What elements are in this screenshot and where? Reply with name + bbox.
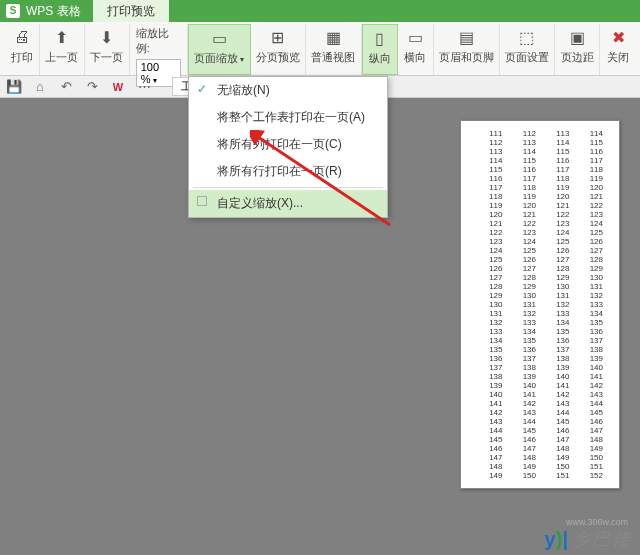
page-zoom-label: 页面缩放▾ — [194, 51, 244, 66]
menu-fit-rows[interactable]: 将所有行打印在一页(R) — [189, 158, 387, 185]
table-row: 129130131132 — [473, 291, 607, 300]
chevron-down-icon: ▾ — [240, 55, 244, 64]
printer-icon: 🖨 — [11, 26, 33, 48]
watermark-text: 乡巴佬 — [572, 527, 632, 551]
table-row: 142143144145 — [473, 408, 607, 417]
normal-view-button[interactable]: ▦ 普通视图 — [306, 24, 361, 75]
page-setup-button[interactable]: ⬚ 页面设置 — [500, 24, 555, 75]
table-row: 135136137138 — [473, 345, 607, 354]
page-zoom-menu: ✓ 无缩放(N) 将整个工作表打印在一页(A) 将所有列打印在一页(C) 将所有… — [188, 76, 388, 218]
table-row: 133134135136 — [473, 327, 607, 336]
print-button[interactable]: 🖨 打印 — [4, 24, 40, 75]
page-zoom-button[interactable]: ▭ 页面缩放▾ — [188, 24, 250, 75]
table-row: 136137138139 — [473, 354, 607, 363]
menu-fit-columns[interactable]: 将所有列打印在一页(C) — [189, 131, 387, 158]
table-row: 137138139140 — [473, 363, 607, 372]
table-row: 141142143144 — [473, 399, 607, 408]
next-label: 下一页 — [90, 50, 123, 65]
close-label: 关闭 — [607, 50, 629, 65]
table-row: 124125126127 — [473, 246, 607, 255]
table-row: 117118119120 — [473, 183, 607, 192]
margins-button[interactable]: ▣ 页边距 — [555, 24, 600, 75]
margins-label: 页边距 — [561, 50, 594, 65]
landscape-label: 横向 — [404, 50, 426, 65]
home-icon[interactable]: ⌂ — [32, 79, 48, 95]
close-icon: ✖ — [607, 26, 629, 48]
table-row: 145146147148 — [473, 435, 607, 444]
margins-icon: ▣ — [566, 26, 588, 48]
table-row: 119120121122 — [473, 201, 607, 210]
portrait-label: 纵向 — [369, 51, 391, 66]
menu-no-zoom[interactable]: ✓ 无缩放(N) — [189, 77, 387, 104]
landscape-button[interactable]: ▭ 横向 — [398, 24, 434, 75]
table-row: 112113114115 — [473, 138, 607, 147]
ribbon-tab-print-preview[interactable]: 打印预览 — [93, 0, 169, 22]
zoom-group: 缩放比例: 100 %▾ — [130, 24, 189, 75]
page-zoom-icon: ▭ — [208, 27, 230, 49]
menu-custom-zoom[interactable]: 自定义缩放(X)... — [189, 190, 387, 217]
page-setup-icon: ⬚ — [516, 26, 538, 48]
table-row: 147148149150 — [473, 453, 607, 462]
page-preview: 1111121131141121131141151131141151161141… — [460, 120, 620, 489]
menu-fit-sheet[interactable]: 将整个工作表打印在一页(A) — [189, 104, 387, 131]
table-row: 111112113114 — [473, 129, 607, 138]
page-break-icon: ⊞ — [267, 26, 289, 48]
header-footer-icon: ▤ — [455, 26, 477, 48]
app-logo: S — [6, 4, 20, 18]
header-footer-label: 页眉和页脚 — [439, 50, 494, 65]
table-row: 140141142143 — [473, 390, 607, 399]
close-button[interactable]: ✖ 关闭 — [600, 24, 636, 75]
table-row: 134135136137 — [473, 336, 607, 345]
normal-view-label: 普通视图 — [311, 50, 355, 65]
table-row: 122123124125 — [473, 228, 607, 237]
wps-icon[interactable]: W — [110, 79, 126, 95]
table-row: 132133134135 — [473, 318, 607, 327]
preview-table: 1111121131141121131141151131141151161141… — [473, 129, 607, 480]
page-setup-label: 页面设置 — [505, 50, 549, 65]
table-row: 139140141142 — [473, 381, 607, 390]
table-row: 123124125126 — [473, 237, 607, 246]
header-footer-button[interactable]: ▤ 页眉和页脚 — [434, 24, 500, 75]
table-row: 125126127128 — [473, 255, 607, 264]
table-row: 121122123124 — [473, 219, 607, 228]
page-break-button[interactable]: ⊞ 分页预览 — [251, 24, 306, 75]
redo-icon[interactable]: ↷ — [84, 79, 100, 95]
table-row: 118119120121 — [473, 192, 607, 201]
more-icon[interactable]: ⋯ — [136, 79, 152, 95]
chevron-down-icon: ▾ — [153, 76, 157, 85]
menu-separator — [193, 187, 383, 188]
table-row: 127128129130 — [473, 273, 607, 282]
table-row: 116117118119 — [473, 174, 607, 183]
watermark-url: www.306w.com — [566, 517, 628, 527]
app-name: WPS 表格 — [26, 3, 81, 20]
table-row: 149150151152 — [473, 471, 607, 480]
table-row: 144145146147 — [473, 426, 607, 435]
arrow-up-icon: ⬆ — [51, 26, 73, 48]
table-row: 130131132133 — [473, 300, 607, 309]
watermark-logo: y)| — [545, 528, 568, 551]
arrow-down-icon: ⬇ — [96, 26, 118, 48]
page-break-label: 分页预览 — [256, 50, 300, 65]
undo-icon[interactable]: ↶ — [58, 79, 74, 95]
prev-page-button[interactable]: ⬆ 上一页 — [40, 24, 85, 75]
table-row: 138139140141 — [473, 372, 607, 381]
portrait-button[interactable]: ▯ 纵向 — [362, 24, 398, 75]
ribbon: 🖨 打印 ⬆ 上一页 ⬇ 下一页 缩放比例: 100 %▾ ▭ 页面缩放▾ ⊞ … — [0, 22, 640, 76]
table-row: 126127128129 — [473, 264, 607, 273]
bullet-icon — [197, 196, 207, 206]
table-row: 128129130131 — [473, 282, 607, 291]
title-bar: S WPS 表格 打印预览 — [0, 0, 640, 22]
table-row: 115116117118 — [473, 165, 607, 174]
next-page-button[interactable]: ⬇ 下一页 — [85, 24, 130, 75]
table-row: 114115116117 — [473, 156, 607, 165]
landscape-icon: ▭ — [404, 26, 426, 48]
table-row: 148149150151 — [473, 462, 607, 471]
table-row: 146147148149 — [473, 444, 607, 453]
grid-icon: ▦ — [322, 26, 344, 48]
table-row: 143144145146 — [473, 417, 607, 426]
table-row: 113114115116 — [473, 147, 607, 156]
table-row: 131132133134 — [473, 309, 607, 318]
watermark: y)| 乡巴佬 — [545, 527, 632, 551]
zoom-label: 缩放比例: — [136, 26, 182, 56]
save-icon[interactable]: 💾 — [6, 79, 22, 95]
